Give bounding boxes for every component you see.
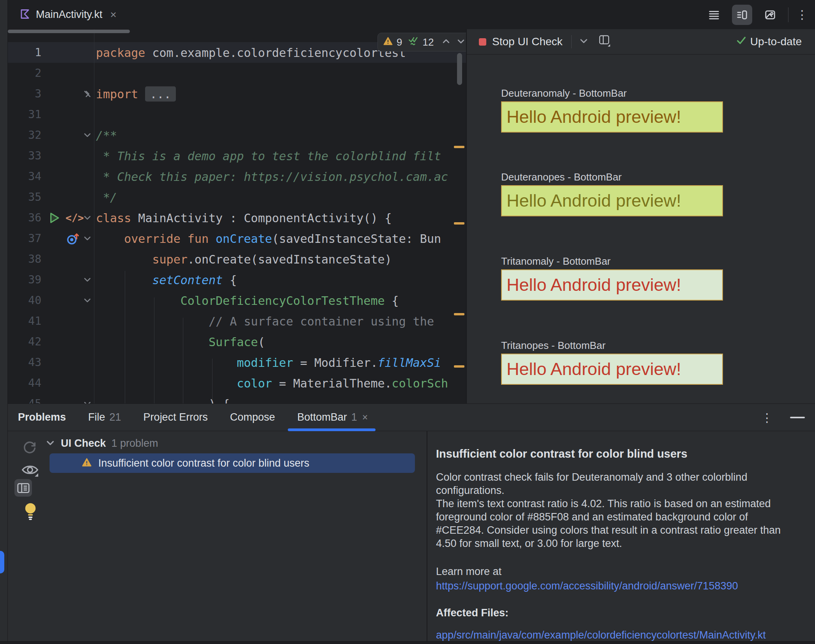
code-line[interactable]: 44 color = MaterialTheme.colorSch bbox=[8, 373, 466, 393]
minimize-icon[interactable] bbox=[790, 417, 805, 418]
lightbulb-icon[interactable] bbox=[23, 502, 38, 520]
warning-stripe-mark[interactable] bbox=[454, 365, 464, 368]
editor-more-options-icon[interactable]: ⋮ bbox=[796, 8, 808, 21]
layout-mode-icon[interactable] bbox=[598, 34, 611, 49]
code-line[interactable]: 36</>class MainActivity : ComponentActiv… bbox=[8, 207, 466, 228]
problem-list-item[interactable]: Insufficient color contrast for color bl… bbox=[50, 453, 415, 473]
code-line[interactable]: 38 super.onCreate(savedInstanceState) bbox=[8, 249, 466, 269]
horizontal-scrollbar[interactable] bbox=[8, 30, 130, 33]
check-icon bbox=[736, 35, 746, 48]
code-line[interactable]: 33 * This is a demo app to test the colo… bbox=[8, 145, 466, 166]
prev-problem-icon[interactable] bbox=[441, 37, 451, 48]
preview-render[interactable]: Hello Android preview! bbox=[501, 269, 723, 301]
preview-toolbar: Stop UI Check Up-to-date bbox=[467, 29, 815, 55]
line-number: 43 bbox=[8, 356, 41, 369]
fold-arrow-icon[interactable] bbox=[83, 89, 92, 99]
tool-window-options-icon[interactable]: ⋮ bbox=[761, 411, 773, 425]
preview-render[interactable]: Hello Android preview! bbox=[501, 354, 723, 385]
code-line[interactable]: 43 modifier = Modifier.fillMaxSi bbox=[8, 352, 466, 373]
code-line[interactable]: 31 bbox=[8, 104, 466, 125]
vertical-scrollbar[interactable] bbox=[457, 53, 462, 85]
code-line[interactable]: 37 override fun onCreate(savedInstanceSt… bbox=[8, 228, 466, 249]
problems-tool-window: ProblemsFile21Project ErrorsComposeBotto… bbox=[8, 403, 815, 642]
code-text: ) { bbox=[96, 397, 230, 403]
preview-config-label: Tritanopes - BottomBar bbox=[501, 340, 606, 352]
chevron-down-icon[interactable] bbox=[579, 36, 589, 48]
fold-arrow-icon[interactable] bbox=[83, 234, 92, 243]
warning-stripe-mark[interactable] bbox=[454, 146, 464, 148]
code-text: override fun onCreate(savedInstanceState… bbox=[96, 232, 441, 245]
fold-arrow-icon[interactable] bbox=[83, 213, 92, 223]
passed-count: 12 bbox=[422, 36, 434, 48]
tab-project-errors[interactable]: Project Errors bbox=[144, 404, 208, 431]
fold-arrow-icon[interactable] bbox=[83, 275, 92, 285]
problem-details-pane: Insufficient color contrast for color bl… bbox=[436, 431, 806, 641]
expand-chevron-icon[interactable] bbox=[45, 438, 55, 449]
split-preview-toggle-icon[interactable] bbox=[732, 5, 752, 25]
warning-stripe-mark[interactable] bbox=[454, 313, 464, 315]
code-text: ColorDeficiencyColorTestTheme { bbox=[96, 294, 399, 307]
tab-bottombar[interactable]: BottomBar1× bbox=[297, 404, 368, 431]
code-text: * This is a demo app to test the colorbl… bbox=[96, 149, 441, 163]
stop-ui-check-button[interactable]: Stop UI Check bbox=[492, 35, 563, 48]
warning-stripe-mark[interactable] bbox=[454, 222, 464, 225]
code-text: Surface( bbox=[96, 335, 265, 349]
affected-file-link[interactable]: app/src/main/java/com/example/colordefic… bbox=[436, 629, 806, 641]
show-preview-panel-button[interactable] bbox=[14, 479, 32, 497]
preview-visibility-eye-icon[interactable] bbox=[21, 462, 39, 479]
run-icon[interactable] bbox=[48, 211, 61, 225]
active-tool-window-indicator[interactable] bbox=[0, 551, 4, 573]
refresh-icon[interactable] bbox=[22, 439, 37, 455]
code-line[interactable]: 42 Surface( bbox=[8, 331, 466, 352]
tab-problems[interactable]: Problems bbox=[18, 404, 66, 431]
preview-render[interactable]: Hello Android preview! bbox=[501, 101, 723, 133]
line-number: 38 bbox=[8, 253, 41, 265]
line-number: 36 bbox=[8, 211, 41, 224]
overrides-method-icon[interactable] bbox=[66, 231, 80, 246]
fold-arrow-icon[interactable] bbox=[83, 399, 92, 404]
stop-icon[interactable] bbox=[479, 38, 486, 46]
compose-preview-icon[interactable]: </> bbox=[66, 212, 84, 224]
problem-count-label: 1 problem bbox=[112, 437, 158, 449]
code-line[interactable]: 45 ) { bbox=[8, 393, 466, 403]
code-text: super.onCreate(savedInstanceState) bbox=[96, 252, 392, 266]
editor-tab-bar: MainActivity.kt × ⋮ bbox=[8, 0, 815, 30]
code-editor[interactable]: 1package com.example.colordeficiencycolo… bbox=[8, 29, 466, 403]
next-problem-icon[interactable] bbox=[456, 37, 466, 48]
code-line[interactable]: 3import ... bbox=[8, 83, 466, 104]
tab-close-icon[interactable]: × bbox=[362, 412, 368, 423]
passed-checks-icon bbox=[408, 36, 418, 48]
preview-image-icon[interactable] bbox=[760, 5, 780, 25]
inspection-widget[interactable]: 9 12 bbox=[377, 33, 466, 51]
line-number: 31 bbox=[8, 108, 41, 121]
preview-render[interactable]: Hello Android preview! bbox=[501, 185, 723, 216]
tab-mainactivity[interactable]: MainActivity.kt × bbox=[13, 0, 123, 29]
window-bottom-edge bbox=[0, 641, 815, 644]
tab-file[interactable]: File21 bbox=[88, 404, 121, 431]
code-lines: 1package com.example.colordeficiencycolo… bbox=[8, 42, 466, 403]
code-line[interactable]: 39 setContent { bbox=[8, 269, 466, 290]
code-line[interactable]: 32/** bbox=[8, 125, 466, 145]
line-number: 32 bbox=[8, 129, 41, 142]
tab-compose[interactable]: Compose bbox=[230, 404, 275, 431]
fold-arrow-icon[interactable] bbox=[83, 296, 92, 305]
code-line[interactable]: 40 ColorDeficiencyColorTestTheme { bbox=[8, 290, 466, 311]
code-line[interactable]: 35 */ bbox=[8, 187, 466, 207]
learn-more-link[interactable]: https://support.google.com/accessibility… bbox=[436, 580, 806, 592]
code-text: */ bbox=[96, 190, 117, 204]
tool-window-stripe bbox=[0, 0, 8, 644]
tab-close-icon[interactable]: × bbox=[110, 9, 117, 21]
fold-arrow-icon[interactable] bbox=[83, 131, 92, 140]
line-number: 45 bbox=[8, 397, 41, 403]
code-line[interactable]: 34 * Check this paper: https://vision.ps… bbox=[8, 166, 466, 187]
ui-check-group-label[interactable]: UI Check bbox=[61, 437, 106, 449]
code-line[interactable]: 41 // A surface container using the bbox=[8, 311, 466, 331]
code-line[interactable]: 2 bbox=[8, 63, 466, 83]
code-text: color = MaterialTheme.colorSch bbox=[96, 376, 448, 390]
editor-list-icon[interactable] bbox=[704, 5, 724, 25]
panel-divider[interactable] bbox=[427, 431, 427, 642]
code-text: package com.example.colordeficiencycolor… bbox=[96, 46, 406, 59]
warning-count: 9 bbox=[397, 36, 402, 48]
warning-icon bbox=[383, 37, 393, 48]
code-text: modifier = Modifier.fillMaxSi bbox=[96, 356, 441, 369]
